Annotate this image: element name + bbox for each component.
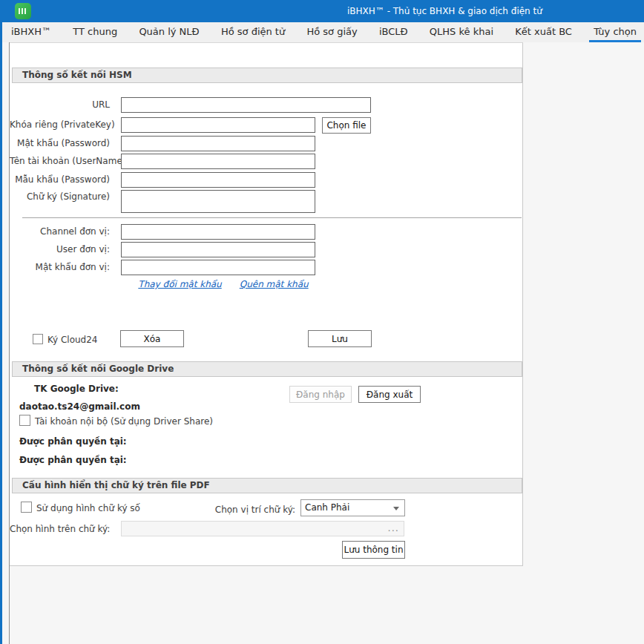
channel-label: Channel đơn vị: <box>10 226 110 237</box>
barcode-glyph-icon <box>19 8 27 14</box>
unit-password-label: Mật khẩu đơn vị: <box>10 262 110 272</box>
gdrive-logout-button[interactable]: Đăng xuất <box>358 386 421 403</box>
app-logo-icon <box>15 3 31 19</box>
chevron-down-icon <box>393 507 399 510</box>
password-label: Mật khẩu (Password) <box>10 138 110 148</box>
private-key-input[interactable] <box>121 117 315 133</box>
save-info-button[interactable]: Lưu thông tin <box>342 541 405 559</box>
gdrive-section-header: Thông số kết nối Google Drive <box>12 361 522 377</box>
url-input[interactable] <box>121 97 371 113</box>
signature-image-label: Chọn hình trên chữ ký: <box>10 524 110 534</box>
password2-label: Mẫu khẩu (Password) <box>10 174 110 185</box>
ky-cloud24-checkbox[interactable] <box>33 334 43 344</box>
private-key-label: Khóa riêng (PrivateKey) <box>10 119 110 130</box>
settings-panel: Thông số kết nối HSM URL Khóa riêng (Pri… <box>10 42 523 566</box>
user-input[interactable] <box>121 242 315 257</box>
ky-cloud24-label: Ký Cloud24 <box>47 335 97 345</box>
tab-tt-chung[interactable]: TT chung <box>71 22 119 42</box>
delete-button[interactable]: Xóa <box>120 330 184 347</box>
browse-image-button[interactable]: ... <box>388 522 399 534</box>
forgot-password-link[interactable]: Quên mật khẩu <box>240 279 309 289</box>
gdrive-account-label: TK Google Drive: <box>34 384 119 394</box>
window-left-border <box>0 0 2 644</box>
title-bar: iBHXH™ - Thủ tục BHXH & giao dịch điện t… <box>0 0 644 22</box>
unit-password-input[interactable] <box>121 260 315 275</box>
signature-position-value: Canh Phải <box>301 500 404 516</box>
signature-image-input[interactable]: ... <box>121 521 404 536</box>
password2-input[interactable] <box>121 172 315 188</box>
use-signature-image-checkbox[interactable] <box>21 502 32 513</box>
password-links: Thay đổi mật khẩu Quên mật khẩu <box>121 279 326 289</box>
channel-input[interactable] <box>121 224 315 240</box>
signature-position-label: Chọn vị trí chữ ký: <box>180 505 295 515</box>
tab-ibcld[interactable]: iBCLĐ <box>378 22 410 42</box>
internal-account-checkbox[interactable] <box>19 415 30 426</box>
window-title: iBHXH™ - Thủ tục BHXH & giao dịch điện t… <box>347 0 542 22</box>
use-signature-image-label: Sử dụng hình chữ ký số <box>36 503 140 513</box>
tab-qlhs-ke-khai[interactable]: QLHS kê khai <box>428 22 495 42</box>
gdrive-login-button[interactable]: Đăng nhập <box>289 386 352 403</box>
internal-account-label: Tài khoản nội bộ (Sử dụng Driver Share) <box>35 416 213 427</box>
change-password-link[interactable]: Thay đổi mật khẩu <box>138 279 221 289</box>
tab-ket-xuat-bc[interactable]: Kết xuất BC <box>513 22 574 42</box>
granted-at-label-2: Được phân quyền tại: <box>19 455 127 465</box>
username-input[interactable] <box>121 154 315 169</box>
username-label: Tên tài khoản (UserName) <box>10 156 110 166</box>
tab-tuy-chon[interactable]: Tùy chọn <box>592 22 638 42</box>
hsm-section-header: Thông số kết nối HSM <box>12 68 522 83</box>
choose-file-button[interactable]: Chọn file <box>322 117 371 134</box>
tab-ibhxh[interactable]: iBHXH™ <box>10 22 53 42</box>
url-label: URL <box>10 99 110 110</box>
password-input[interactable] <box>121 136 315 151</box>
pdf-section-header: Cấu hình hiển thị chữ ký trên file PDF <box>12 478 522 493</box>
user-label: User đơn vị: <box>10 244 110 254</box>
tab-ho-so-dien-tu[interactable]: Hồ sơ điện tử <box>220 22 286 42</box>
tab-bar: iBHXH™ TT chung Quản lý NLĐ Hồ sơ điện t… <box>2 22 644 42</box>
save-button[interactable]: Lưu <box>308 330 372 347</box>
signature-label: Chữ ký (Signature) <box>10 191 110 202</box>
tab-quan-ly-nld[interactable]: Quản lý NLĐ <box>137 22 200 42</box>
gdrive-account-email: daotao.ts24@gmail.com <box>19 401 140 412</box>
signature-position-select[interactable]: Canh Phải <box>300 499 405 516</box>
section-divider <box>22 217 522 218</box>
tab-ho-so-giay[interactable]: Hồ sơ giấy <box>305 22 358 42</box>
signature-textarea[interactable] <box>121 190 315 213</box>
granted-at-label-1: Được phân quyền tại: <box>19 436 127 447</box>
